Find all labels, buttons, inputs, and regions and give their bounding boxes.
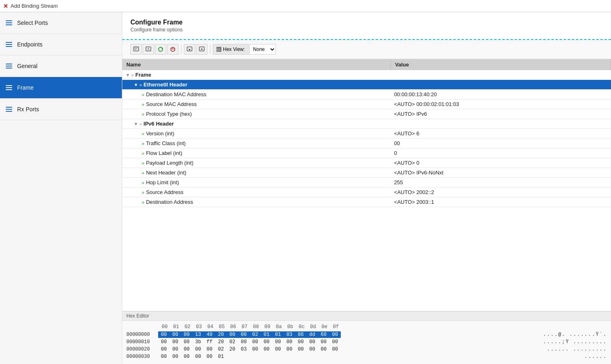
hex-byte[interactable]: 40 [204,331,215,338]
hex-byte[interactable]: 00 [158,331,170,338]
expand-icon[interactable]: ▼ » [126,73,134,77]
hex-byte[interactable]: 00 [170,331,181,338]
svg-text:01: 01 [217,48,221,51]
collapse-icon[interactable]: ▼ » [134,82,142,87]
sidebar: Select PortsEndpointsGeneralFrameRx Port… [0,12,122,364]
hex-byte[interactable]: 00 [249,346,261,353]
hex-byte[interactable]: 00 [272,346,284,353]
row-name-text: Protocol Type (hex) [146,111,192,117]
hamburger-icon [6,42,12,47]
hex-byte[interactable]: 00 [192,346,204,353]
hex-byte[interactable]: 00 [295,346,307,353]
table-row[interactable]: »Flow Label (int)0 [122,148,611,158]
table-row[interactable]: »Payload Length (int)<AUTO> 0 [122,158,611,168]
hex-byte[interactable]: 20 [227,346,238,353]
hex-byte[interactable]: 00 [170,353,181,360]
hex-byte[interactable]: 00 [329,339,341,345]
hex-byte[interactable]: 00 [261,346,272,353]
hex-header-row: 000102030405060708090a0b0c0d0e0f [159,324,607,330]
toolbar-btn-5[interactable] [184,44,195,55]
toolbar-btn-1[interactable] [130,44,142,55]
table-row[interactable]: ▼ »EthernetII Header [122,80,611,90]
hex-byte[interactable]: 00 [329,346,341,353]
hex-byte[interactable]: 00 [318,346,329,353]
table-row[interactable]: ▼ »IPv6 Header [122,119,611,129]
hex-byte[interactable]: 60 [318,331,329,338]
table-row[interactable]: »Hop Limit (int)255 [122,178,611,188]
hex-bytes: 0000003bff2002000000000000000000 [158,339,539,345]
hex-byte[interactable]: 00 [307,339,318,345]
table-row[interactable]: »Version (int)<AUTO> 6 [122,129,611,139]
sidebar-item-frame[interactable]: Frame [0,77,122,99]
hex-view-button[interactable]: 01 Hex View: [213,44,249,55]
hex-byte[interactable]: 00 [227,331,238,338]
table-row[interactable]: ▼ »Frame [122,70,611,80]
toolbar-btn-3[interactable] [155,44,166,55]
hex-byte[interactable]: 00 [181,339,192,345]
hex-view-dropdown[interactable]: None Bytes Words [249,44,276,55]
close-icon[interactable]: ✕ [3,3,8,9]
toolbar-btn-4[interactable] [167,44,179,55]
hex-byte[interactable]: 00 [249,339,261,345]
table-row[interactable]: »Traffic Class (int)00 [122,139,611,148]
frame-table: Name Value ▼ »Frame▼ »EthernetII Header»… [122,59,611,207]
table-row[interactable]: »Next Header (int)<AUTO> IPv6-NoNxt [122,168,611,178]
hex-byte[interactable]: 02 [249,331,261,338]
table-cell-value: 00:00:00:13:40:20 [391,90,611,99]
hex-byte[interactable]: 00 [170,339,181,345]
hex-byte[interactable]: 03 [238,346,249,353]
hex-byte[interactable]: 00 [284,339,295,345]
toolbar-btn-2[interactable] [143,44,154,55]
table-cell-name: »Source MAC Address [122,99,391,109]
sidebar-item-select-ports[interactable]: Select Ports [0,12,122,34]
toolbar-btn-6[interactable] [196,44,207,55]
hex-byte[interactable]: 00 [158,353,170,360]
frame-table-container: Name Value ▼ »Frame▼ »EthernetII Header»… [122,59,611,311]
sidebar-item-rx-ports[interactable]: Rx Ports [0,99,122,120]
hex-byte[interactable]: 20 [215,331,227,338]
hex-byte[interactable]: 00 [192,353,204,360]
hex-byte[interactable]: 01 [261,331,272,338]
hex-byte[interactable]: dd [307,331,318,338]
hex-byte[interactable]: 00 [261,339,272,345]
arrow-icon: » [142,170,144,175]
hex-byte[interactable]: 00 [181,353,192,360]
hex-byte[interactable]: 00 [181,346,192,353]
hex-byte[interactable]: 00 [238,339,249,345]
hex-byte[interactable]: 00 [272,339,284,345]
hex-byte[interactable]: 00 [181,331,192,338]
hex-byte[interactable]: 02 [227,339,238,345]
hex-byte[interactable]: 00 [158,346,170,353]
collapse-icon[interactable]: ▼ » [134,121,142,126]
sidebar-item-general[interactable]: General [0,55,122,77]
sidebar-item-endpoints[interactable]: Endpoints [0,34,122,55]
hex-byte[interactable]: 86 [295,331,307,338]
table-row[interactable]: »Source Address<AUTO> 2002::2 [122,188,611,197]
hex-byte[interactable]: 02 [215,346,227,353]
hex-offset: 00000020 [126,346,158,352]
table-cell-name: »Source Address [122,188,391,197]
hex-byte[interactable]: 20 [215,339,227,345]
table-row[interactable]: »Destination Address<AUTO> 2003::1 [122,197,611,207]
hex-byte[interactable]: 00 [329,331,341,338]
hex-byte[interactable]: 00 [170,346,181,353]
hex-byte[interactable]: 03 [284,331,295,338]
hex-byte[interactable]: 00 [238,331,249,338]
hex-byte[interactable]: 00 [307,346,318,353]
table-row[interactable]: »Destination MAC Address00:00:00:13:40:2… [122,90,611,99]
table-row[interactable]: »Source MAC Address<AUTO> 00:00:02:01:01… [122,99,611,109]
hex-byte[interactable]: 00 [284,346,295,353]
hex-byte[interactable]: 13 [192,331,204,338]
hex-byte[interactable]: ff [204,339,215,345]
hex-byte[interactable]: 00 [158,339,170,345]
col-value-header: Value [391,59,611,70]
hex-byte[interactable]: 00 [318,339,329,345]
hex-byte[interactable]: 00 [204,353,215,360]
hex-byte[interactable]: 3b [192,339,204,345]
hex-byte[interactable]: 00 [295,339,307,345]
table-row[interactable]: »Protocol Type (hex)<AUTO> IPv6 [122,109,611,119]
hex-byte[interactable]: 01 [215,353,227,360]
hex-byte[interactable]: 01 [272,331,284,338]
hex-byte[interactable]: 00 [204,346,215,353]
hex-data-row: 0000002000000000000220030000000000000000… [126,346,607,353]
